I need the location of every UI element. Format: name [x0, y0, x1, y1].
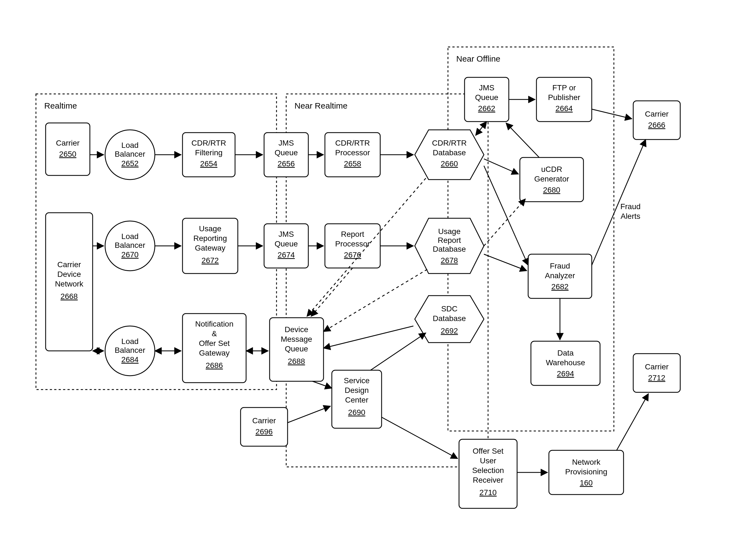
- rp-2676-num: 2676: [344, 251, 361, 259]
- osur-2710-l1: Offer Set: [472, 447, 504, 455]
- dmq-2688-l3: Queue: [285, 344, 308, 353]
- dw-2694-l1: Data: [557, 349, 574, 357]
- dmq-2688-l1: Device: [285, 325, 308, 334]
- urdb-2678-num: 2678: [441, 256, 458, 265]
- arrow-2678-2682: [484, 254, 527, 271]
- db-2660-l1: CDR/RTR: [432, 139, 466, 147]
- arrow-2660-2680: [484, 159, 519, 174]
- lb-2670-l2: Balancer: [115, 241, 145, 250]
- ucdr-2680-num: 2680: [543, 186, 560, 194]
- near-realtime-label: Near Realtime: [295, 101, 348, 110]
- arrow-2692-2688: [324, 326, 413, 348]
- carrier-2712-num: 2712: [648, 374, 665, 382]
- carrier-2650: [45, 123, 90, 175]
- sdc-2690-l2: Design: [344, 386, 368, 395]
- arrow-2676-2688-dashed: [311, 268, 352, 316]
- arrow-2690-2692: [370, 333, 426, 370]
- jms-2674-l1: JMS: [279, 230, 294, 239]
- arrow-2690-2710: [382, 417, 458, 459]
- fa-2682-l2: Analyzer: [545, 271, 575, 280]
- filter-2654-l1: CDR/RTR: [191, 139, 226, 147]
- jms-2662-l2: Queue: [475, 93, 498, 102]
- cdn-2668-l3: Network: [55, 280, 84, 288]
- carrier-2666-num: 2666: [648, 121, 665, 129]
- dmq-2688-l2: Message: [281, 335, 312, 343]
- jms-2674-num: 2674: [278, 251, 295, 259]
- ftp-2664-l2: Publisher: [548, 93, 580, 102]
- jms-2656-l1: JMS: [279, 139, 294, 147]
- lb-2652-num: 2652: [121, 159, 138, 168]
- fa-2682-num: 2682: [551, 282, 568, 291]
- osur-2710-l3: Selection: [472, 466, 504, 474]
- lb-2684-l1: Load: [121, 337, 138, 346]
- dmq-2688-num: 2688: [288, 357, 305, 366]
- fa-2682-l1: Fraud: [550, 262, 570, 270]
- nosg-2686-l1: Notification: [195, 320, 234, 328]
- ftp-2664-num: 2664: [555, 104, 573, 113]
- np-160-l2: Provisioning: [565, 467, 608, 476]
- jms-2662-num: 2662: [478, 104, 495, 113]
- lb-2684-l2: Balancer: [115, 346, 145, 355]
- nosg-2686-l2: &: [212, 329, 217, 338]
- np-160-l1: Network: [572, 458, 601, 466]
- lb-2684-num: 2684: [121, 355, 138, 364]
- rp-2676-l1: Report: [341, 230, 364, 239]
- lb-2652-label2: Balancer: [115, 150, 145, 158]
- urdb-2678-l3: Database: [433, 245, 466, 253]
- rp-2676-l2: Processor: [335, 240, 370, 248]
- osur-2710-l2: User: [480, 456, 496, 465]
- carrier-2666: [633, 101, 680, 140]
- db-2660-l2: Database: [433, 148, 466, 157]
- nosg-2686-l4: Gateway: [199, 349, 230, 357]
- urdb-2678-l2: Report: [438, 236, 461, 245]
- ucdr-2680-l1: uCDR: [541, 165, 562, 173]
- jms-2674-l2: Queue: [275, 240, 298, 248]
- urdb-2678-l1: Usage: [438, 227, 461, 236]
- cdn-2668-l2: Device: [57, 270, 81, 278]
- ucdr-2680-l2: Generator: [534, 175, 569, 183]
- osur-2710-num: 2710: [479, 488, 497, 497]
- cdn-2668-l1: Carrier: [57, 260, 81, 269]
- urg-2672-num: 2672: [202, 256, 219, 265]
- carrier-2666-l: Carrier: [645, 110, 669, 118]
- jms-2656-l2: Queue: [275, 148, 298, 157]
- sdc-2690-l3: Center: [345, 396, 368, 404]
- urg-2672-l2: Reporting: [193, 234, 227, 243]
- dw-2694-num: 2694: [557, 369, 574, 378]
- sdcdb-2692-num: 2692: [441, 326, 458, 335]
- cdn-2668-num: 2668: [61, 292, 78, 301]
- ftp-2664-l1: FTP or: [552, 84, 576, 92]
- filter-2654-l2: Filtering: [195, 148, 223, 157]
- arrow-2664-2666: [592, 109, 632, 119]
- arrow-2678-2680-dashed: [484, 199, 525, 246]
- db-2660-num: 2660: [441, 159, 458, 168]
- carrier-2696-l: Carrier: [252, 416, 276, 425]
- filter-2654-num: 2654: [200, 159, 217, 168]
- sdc-2690-num: 2690: [348, 408, 365, 417]
- lb-2670-num: 2670: [121, 250, 138, 259]
- arrow-2660-2662: [475, 122, 487, 135]
- jms-2656-num: 2656: [278, 159, 295, 168]
- urg-2672-l1: Usage: [199, 224, 221, 233]
- sdcdb-2692-l1: SDC: [441, 304, 457, 313]
- proc-2658-l2: Processor: [335, 148, 370, 157]
- realtime-label: Realtime: [44, 101, 77, 110]
- lb-2670-l1: Load: [121, 232, 138, 241]
- carrier-2712: [633, 354, 680, 392]
- lb-2652-label1: Load: [121, 141, 138, 149]
- arrow-160-2712: [617, 394, 648, 450]
- carrier-2712-l: Carrier: [645, 363, 669, 371]
- sdc-2690-l1: Service: [344, 376, 369, 385]
- carrier-2696: [240, 408, 288, 446]
- arrow-2688-2690: [313, 381, 332, 388]
- osur-2710-l4: Receiver: [473, 476, 503, 484]
- arrow-2680-2662: [506, 123, 539, 157]
- nosg-2686-num: 2686: [206, 361, 223, 370]
- carrier-2696-num: 2696: [255, 427, 273, 436]
- np-160-num: 160: [580, 478, 593, 487]
- carrier-2650-num: 2650: [59, 150, 76, 158]
- jms-2662-l1: JMS: [479, 84, 495, 92]
- proc-2658-l1: CDR/RTR: [335, 139, 370, 147]
- fraud-alerts-l1: Fraud: [620, 202, 640, 211]
- near-offline-label: Near Offline: [456, 54, 501, 63]
